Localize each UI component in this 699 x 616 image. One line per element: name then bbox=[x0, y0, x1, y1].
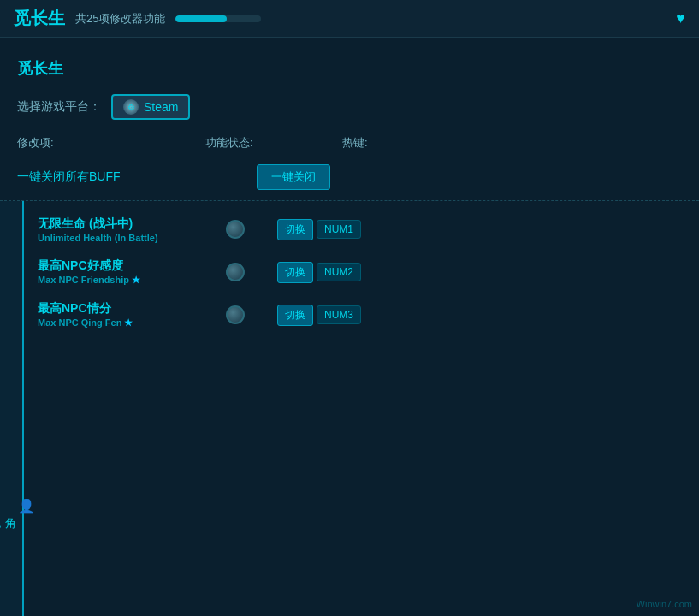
oneclick-button[interactable]: 一键关闭 bbox=[257, 164, 330, 190]
steam-icon: ⚙ bbox=[123, 99, 139, 115]
modifier-hotkey-1: 切换 NUM1 bbox=[277, 219, 685, 240]
oneclick-btn-wrapper: 一键关闭 bbox=[257, 164, 330, 190]
toggle-dot-1[interactable] bbox=[226, 220, 245, 239]
modifier-info-1: 无限生命 (战斗中) Unlimited Health (In Battle) bbox=[38, 216, 226, 243]
watermark: Winwin7.com bbox=[637, 599, 692, 609]
section-title: 觅长生 bbox=[0, 51, 699, 89]
modifier-hotkey-3: 切换 NUM3 bbox=[277, 305, 685, 326]
oneclick-row: 一键关闭所有BUFF 一键关闭 bbox=[0, 157, 699, 201]
progress-bar bbox=[175, 15, 261, 22]
modifier-name-cn-1: 无限生命 (战斗中) bbox=[38, 216, 226, 232]
modifier-toggle-3 bbox=[226, 305, 277, 324]
section-character: 👤 角色 无限生命 (战斗中) Unlimited Health (In Bat… bbox=[0, 201, 699, 616]
toggle-dot-2[interactable] bbox=[226, 263, 245, 281]
top-bar-left: 觅长生 共25项修改器功能 bbox=[14, 7, 261, 30]
modifier-name-cn-2: 最高NPC好感度 bbox=[38, 258, 226, 274]
steam-button[interactable]: ⚙ Steam bbox=[111, 94, 190, 120]
top-bar: 觅长生 共25项修改器功能 ♥ bbox=[0, 0, 699, 38]
modifier-toggle-1 bbox=[226, 220, 277, 239]
modifier-name-en-3: Max NPC Qing Fen bbox=[38, 317, 226, 329]
modifier-name-en-2: Max NPC Friendship bbox=[38, 275, 226, 286]
game-title: 觅长生 bbox=[14, 7, 65, 30]
hotkey-key-1: NUM1 bbox=[317, 220, 361, 239]
platform-row: 选择游戏平台： ⚙ Steam bbox=[0, 89, 699, 132]
platform-label: 选择游戏平台： bbox=[17, 99, 101, 115]
modifier-name-cn-3: 最高NPC情分 bbox=[38, 301, 226, 317]
modifier-info-2: 最高NPC好感度 Max NPC Friendship bbox=[38, 258, 226, 286]
col-modifier-header: 修改项: bbox=[17, 135, 205, 151]
sidebar-character: 👤 角色 bbox=[0, 201, 24, 616]
hotkey-action-2[interactable]: 切换 bbox=[277, 262, 313, 283]
toggle-dot-3[interactable] bbox=[226, 305, 245, 324]
modifier-toggle-2 bbox=[226, 263, 277, 281]
modifier-name-en-1: Unlimited Health (In Battle) bbox=[38, 233, 226, 243]
column-headers: 修改项: 功能状态: 热键: bbox=[0, 132, 699, 154]
modifier-count: 共25项修改器功能 bbox=[75, 11, 165, 27]
hotkey-key-2: NUM2 bbox=[317, 263, 361, 281]
character-label: 角色 bbox=[0, 508, 19, 510]
modifier-item-npc-friendship: 最高NPC好感度 Max NPC Friendship 切换 NUM2 bbox=[24, 251, 699, 293]
hotkey-key-3: NUM3 bbox=[317, 305, 361, 324]
oneclick-label: 一键关闭所有BUFF bbox=[17, 169, 205, 185]
modifier-item-unlimited-health: 无限生命 (战斗中) Unlimited Health (In Battle) … bbox=[24, 208, 699, 251]
modifier-info-3: 最高NPC情分 Max NPC Qing Fen bbox=[38, 301, 226, 329]
steam-label: Steam bbox=[144, 100, 178, 114]
modifier-hotkey-2: 切换 NUM2 bbox=[277, 262, 685, 283]
progress-bar-fill bbox=[175, 15, 227, 22]
hotkey-action-1[interactable]: 切换 bbox=[277, 219, 313, 240]
hotkey-action-3[interactable]: 切换 bbox=[277, 305, 313, 326]
main-content: 觅长生 选择游戏平台： ⚙ Steam 修改项: 功能状态: 热键: 一键关闭所… bbox=[0, 38, 699, 616]
col-status-header: 功能状态: bbox=[205, 135, 342, 151]
col-hotkey-header: 热键: bbox=[342, 135, 682, 151]
character-items: 无限生命 (战斗中) Unlimited Health (In Battle) … bbox=[24, 201, 699, 616]
modifier-item-npc-qingfen: 最高NPC情分 Max NPC Qing Fen 切换 NUM3 bbox=[24, 293, 699, 336]
heart-icon[interactable]: ♥ bbox=[676, 9, 685, 27]
